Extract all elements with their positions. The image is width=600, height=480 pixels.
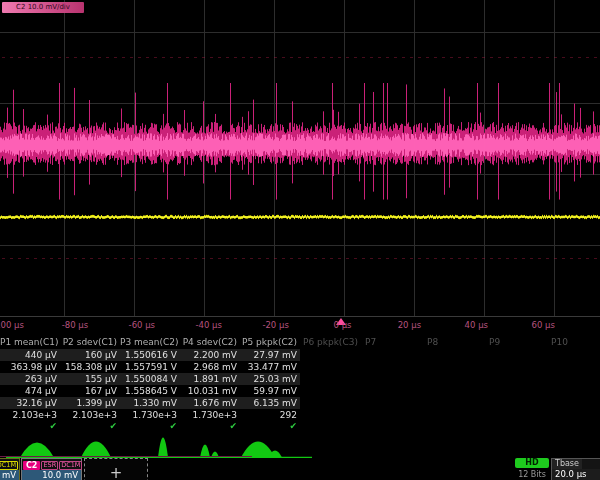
param-header-disabled[interactable]: P10 — [551, 336, 600, 349]
param-value: 2.103e+3 — [0, 409, 60, 421]
table-row: 263 µV155 µV1.550084 V1.891 mV25.03 mV — [0, 373, 300, 385]
param-header[interactable]: P3 mean(C2) — [120, 336, 180, 349]
param-value: 292 — [240, 409, 300, 421]
param-value: 25.03 mV — [240, 373, 300, 385]
channel-c1-descriptor[interactable]: DC1M 0 mV — [0, 458, 20, 480]
param-value: 2.968 mV — [180, 361, 240, 373]
param-value: 1.330 mV — [120, 397, 180, 409]
param-value: 2.103e+3 — [60, 409, 120, 421]
table-row: 440 µV160 µV1.550616 V2.200 mV27.97 mV — [0, 349, 300, 361]
waveform-grid: C2 10.0 mV/div — [0, 0, 600, 318]
param-value: 1.399 µV — [60, 397, 120, 409]
x-tick-label: 40 µs — [465, 320, 488, 330]
x-tick-label: -60 µs — [129, 320, 155, 330]
x-tick-label: -20 µs — [262, 320, 288, 330]
plus-icon: + — [110, 464, 123, 480]
table-row: 363.98 µV158.308 µV1.557591 V2.968 mV33.… — [0, 361, 300, 373]
param-value: 33.477 mV — [240, 361, 300, 373]
param-value: 1.730e+3 — [180, 409, 240, 421]
param-value: 363.98 µV — [0, 361, 60, 373]
param-value: 440 µV — [0, 349, 60, 361]
param-value: 1.550616 V — [120, 349, 180, 361]
x-tick-label: -100 µs — [0, 320, 24, 330]
param-value: 32.16 µV — [0, 397, 60, 409]
c2-esr-badge: ESR — [41, 461, 58, 470]
param-value: 158.308 µV — [60, 361, 120, 373]
param-status-check: ✔ — [240, 421, 300, 432]
descriptor-bar: DC1M 0 mV C2 ESR DC1M 10.0 mV + HD 12 Bi… — [0, 458, 600, 480]
param-header[interactable]: P2 sdev(C1) — [60, 336, 120, 349]
param-value: 6.135 mV — [240, 397, 300, 409]
x-tick-label: 0 µs — [334, 320, 352, 330]
param-header[interactable]: P1 mean(C1) — [0, 336, 60, 349]
x-tick-label: 60 µs — [532, 320, 555, 330]
table-row: 2.103e+32.103e+31.730e+31.730e+3292 — [0, 409, 300, 421]
channel-c2-descriptor[interactable]: C2 ESR DC1M 10.0 mV — [21, 458, 82, 480]
param-value: 1.557591 V — [120, 361, 180, 373]
histicon-peak — [158, 438, 168, 458]
c1-vertical-scale: 0 mV — [0, 470, 19, 480]
trace-label-badge: C2 10.0 mV/div — [2, 2, 84, 13]
x-tick-label: 20 µs — [398, 320, 421, 330]
param-value: 1.676 mV — [180, 397, 240, 409]
param-status-check: ✔ — [0, 421, 60, 432]
param-status-check: ✔ — [60, 421, 120, 432]
param-value: 2.200 mV — [180, 349, 240, 361]
table-row: 474 µV167 µV1.558645 V10.031 mV59.97 mV — [0, 385, 300, 397]
param-value: 167 µV — [60, 385, 120, 397]
param-header-disabled[interactable]: P9 — [489, 336, 547, 349]
timebase-scale: 20.0 µs — [552, 469, 600, 480]
param-header-disabled[interactable]: P7 — [365, 336, 423, 349]
add-trace-button[interactable]: + — [84, 458, 148, 480]
hd-mode-indicator[interactable]: HD 12 Bits — [515, 458, 549, 479]
param-status-row: ✔✔✔✔✔ — [0, 421, 300, 432]
param-value: 474 µV — [0, 385, 60, 397]
x-tick-label: -40 µs — [195, 320, 221, 330]
time-axis: -100 µs-80 µs-60 µs-40 µs-20 µs0 µs20 µs… — [0, 317, 600, 334]
c2-vertical-scale: 10.0 mV — [22, 470, 81, 480]
timebase-descriptor[interactable]: Tbase 20.0 µs — [551, 458, 600, 480]
param-header[interactable]: P4 sdev(C2) — [180, 336, 240, 349]
waveform-canvas — [0, 0, 600, 318]
measurement-table: P1 mean(C1)P2 sdev(C1)P3 mean(C2)P4 sdev… — [0, 336, 600, 432]
param-status-check: ✔ — [180, 421, 240, 432]
param-value: 27.97 mV — [240, 349, 300, 361]
param-header-row: P1 mean(C1)P2 sdev(C1)P3 mean(C2)P4 sdev… — [0, 336, 600, 349]
c1-coupling-badge: DC1M — [0, 461, 18, 470]
param-status-check: ✔ — [120, 421, 180, 432]
param-header-disabled[interactable]: P6 pkpk(C3) — [303, 336, 361, 349]
param-header-disabled[interactable]: P8 — [427, 336, 485, 349]
separator-line — [0, 456, 252, 457]
param-value: 10.031 mV — [180, 385, 240, 397]
param-value: 155 µV — [60, 373, 120, 385]
hd-badge: HD — [515, 458, 549, 468]
x-tick-label: -80 µs — [62, 320, 88, 330]
table-row: 32.16 µV1.399 µV1.330 mV1.676 mV6.135 mV — [0, 397, 300, 409]
hd-bits-label: 12 Bits — [515, 470, 549, 479]
param-value: 1.558645 V — [120, 385, 180, 397]
param-value: 1.730e+3 — [120, 409, 180, 421]
param-value: 59.97 mV — [240, 385, 300, 397]
oscilloscope-screen: C2 10.0 mV/div -100 µs-80 µs-60 µs-40 µs… — [0, 0, 600, 480]
param-value: 263 µV — [0, 373, 60, 385]
param-value: 1.891 mV — [180, 373, 240, 385]
c2-channel-tab: C2 — [23, 461, 40, 470]
param-header[interactable]: P5 pkpk(C2) — [240, 336, 300, 349]
param-value: 160 µV — [60, 349, 120, 361]
c2-coupling-badge: DC1M — [59, 461, 82, 470]
timebase-tab: Tbase — [552, 459, 582, 469]
param-value: 1.550084 V — [120, 373, 180, 385]
